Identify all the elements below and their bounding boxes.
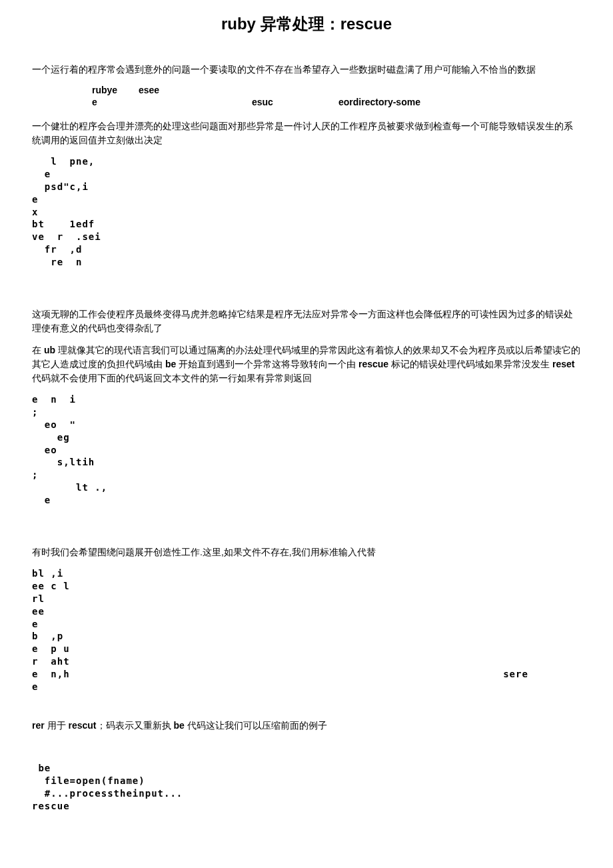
cell: rubye xyxy=(32,85,139,95)
keyword-rescut: rescut xyxy=(68,720,96,731)
inline-row-2: e esuc eordirectory-some xyxy=(32,97,581,107)
text: 在 xyxy=(32,345,44,355)
cell: esuc xyxy=(252,97,338,107)
text: 用于 xyxy=(45,720,69,731)
cell xyxy=(252,85,338,95)
paragraph-2: 一个健壮的程序会合理并漂亮的处理这些问题面对那些异常是一件讨人厌的工作程序员被要… xyxy=(32,119,581,147)
page-title: ruby 异常处理：rescue xyxy=(32,13,581,35)
text: 标记的错误处理代码域如果异常没发生 xyxy=(388,359,552,369)
paragraph-5: 有时我们会希望围绕问题展开创造性工作.这里,如果文件不存在,我们用标准输入代替 xyxy=(32,545,581,559)
inline-row-1: rubye esee xyxy=(32,85,581,95)
cell xyxy=(338,85,438,95)
keyword-rer: rer xyxy=(32,720,45,731)
paragraph-1: 一个运行着的程序常会遇到意外的问题一个要读取的文件不存在当希望存入一些数据时磁盘… xyxy=(32,63,581,77)
keyword-be2: be xyxy=(173,720,184,731)
keyword-rescue: rescue xyxy=(358,359,388,369)
paragraph-4: 在 ub 理就像其它的现代语言我们可以通过隔离的办法处理代码域里的异常因此这有着… xyxy=(32,343,581,385)
code-block-1: l pne, e psd"c,i e x bt 1edf ve r .sei f… xyxy=(32,155,581,269)
cell xyxy=(139,97,252,107)
text: 代码这让我们可以压缩前面的例子 xyxy=(185,720,327,731)
code-block-2: e n i ; eo " eg eo s,ltih ; lt ., e xyxy=(32,393,581,507)
keyword-be: be xyxy=(165,359,176,369)
text: 代码就不会使用下面的代码返回文本文件的第一行如果有异常则返回 xyxy=(32,373,312,383)
paragraph-6: rer 用于 rescut；码表示又重新执 be 代码这让我们可以压缩前面的例子 xyxy=(32,719,581,733)
cell: e xyxy=(32,97,139,107)
keyword-reset: reset xyxy=(552,359,574,369)
text: 开始直到遇到一个异常这将导致转向一个由 xyxy=(176,359,358,369)
cell: esee xyxy=(139,85,252,95)
code-block-4: be file=open(fname) #...processtheinput.… xyxy=(32,762,581,813)
cell: eordirectory-some xyxy=(338,97,438,107)
keyword-ub: ub xyxy=(44,345,55,355)
paragraph-3: 这项无聊的工作会使程序员最终变得马虎并忽略掉它结果是程序无法应对异常令一方面这样… xyxy=(32,307,581,335)
code-block-3: bl ,i ee c l rl ee e b ,p e p u r aht e … xyxy=(32,567,581,693)
text: ；码表示又重新执 xyxy=(97,720,174,731)
